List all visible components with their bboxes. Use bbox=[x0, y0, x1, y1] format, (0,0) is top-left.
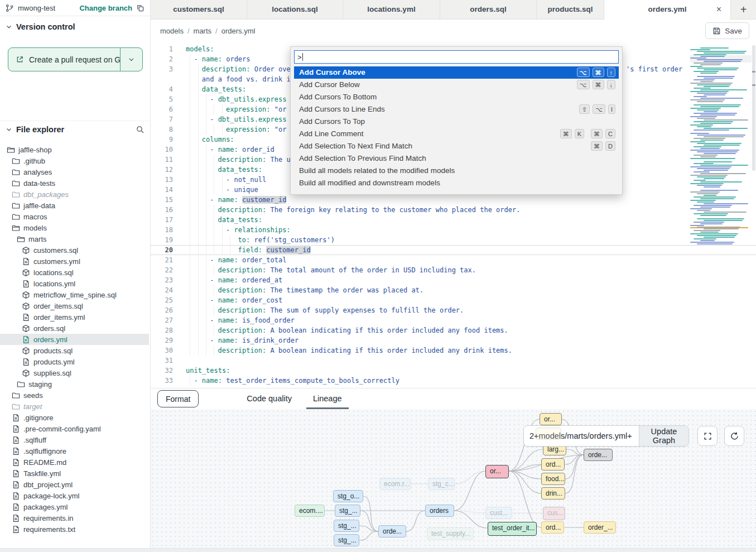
file-item-metricflow_time_spine.sql[interactable]: metricflow_time_spine.sql bbox=[0, 289, 149, 300]
code-line[interactable]: 28description: A boolean indicating if t… bbox=[151, 325, 756, 335]
save-button[interactable]: Save bbox=[705, 22, 749, 39]
palette-item[interactable]: Build all modified and downstream models bbox=[294, 177, 619, 189]
lineage-node-stgo[interactable]: stg_o... bbox=[333, 490, 363, 502]
tab-customers.sql[interactable]: customers.sql bbox=[151, 0, 247, 20]
change-branch-link[interactable]: Change branch bbox=[79, 4, 132, 12]
horizontal-scrollbar[interactable] bbox=[0, 548, 756, 552]
lineage-node-drin[interactable]: drin... bbox=[541, 487, 565, 500]
palette-item[interactable]: Add Cursors to Line Ends⇧⌥I bbox=[294, 103, 619, 116]
file-item-locations.yml[interactable]: locations.yml bbox=[0, 278, 149, 289]
file-item-models[interactable]: models bbox=[0, 222, 149, 233]
file-item-analyses[interactable]: analyses bbox=[0, 166, 149, 177]
file-item-order_items.sql[interactable]: order_items.sql bbox=[0, 300, 149, 311]
lineage-node-cust[interactable]: cust... bbox=[485, 507, 512, 519]
file-item-orders.sql[interactable]: orders.sql bbox=[0, 323, 149, 334]
breadcrumb-models[interactable]: models bbox=[160, 27, 184, 35]
copy-branch-icon[interactable] bbox=[136, 4, 145, 12]
lineage-node-stgc[interactable]: stg_c... bbox=[428, 478, 455, 490]
file-item-macros[interactable]: macros bbox=[0, 211, 149, 222]
lineage-node-orderb[interactable]: order_... bbox=[584, 521, 616, 534]
palette-item[interactable]: Add Line Comment⌘K⌘C bbox=[294, 128, 619, 140]
code-line[interactable]: 24description: The timestamp the order w… bbox=[151, 285, 756, 295]
editor-scrollbar[interactable] bbox=[752, 42, 756, 388]
lineage-node-ecomr[interactable]: ecom.r... bbox=[379, 478, 411, 490]
lineage-node-tsup[interactable]: test_supply... bbox=[427, 527, 474, 540]
palette-item[interactable]: Add Cursor Above⌥⌘↑ bbox=[294, 66, 619, 79]
file-item-locations.sql[interactable]: locations.sql bbox=[0, 267, 149, 278]
breadcrumb-file[interactable]: orders.yml bbox=[221, 27, 256, 35]
lineage-node-food[interactable]: food... bbox=[541, 473, 565, 485]
code-line[interactable]: 27- name: is_food_order bbox=[151, 315, 756, 325]
palette-item[interactable]: Add Cursors To Bottom bbox=[294, 91, 619, 103]
tab-orders.yml[interactable]: orders.yml× bbox=[604, 0, 731, 20]
lineage-node-test[interactable]: test_order_it... bbox=[488, 522, 537, 536]
minimap[interactable] bbox=[690, 47, 752, 249]
new-tab-button[interactable]: + bbox=[737, 3, 750, 17]
file-item-seeds[interactable]: seeds bbox=[0, 390, 149, 401]
code-line[interactable]: 33- name: test_order_items_compute_to_bo… bbox=[151, 376, 756, 386]
lineage-node-stg2[interactable]: stg_... bbox=[334, 520, 359, 532]
file-item-packages.yml[interactable]: packages.yml bbox=[0, 501, 149, 512]
lineage-node-cus2[interactable]: cus... bbox=[543, 507, 565, 520]
code-line[interactable]: 32unit_tests: bbox=[151, 366, 756, 376]
lineage-node-ord2[interactable]: ord... bbox=[541, 521, 564, 534]
file-item-README.md[interactable]: README.md bbox=[0, 457, 149, 468]
file-item-.gitignore[interactable]: .gitignore bbox=[0, 412, 149, 423]
create-pr-dropdown[interactable] bbox=[120, 48, 142, 71]
code-line[interactable]: 31 bbox=[151, 356, 756, 366]
breadcrumb-marts[interactable]: marts bbox=[194, 27, 212, 35]
lineage-node-ortop[interactable]: or... bbox=[540, 413, 562, 425]
refresh-button[interactable] bbox=[724, 426, 744, 446]
code-line[interactable]: 30description: A boolean indicating if t… bbox=[151, 345, 756, 356]
create-pr-button[interactable]: Create a pull request on Git... bbox=[8, 47, 143, 71]
tab-lineage[interactable]: Lineage bbox=[306, 388, 349, 409]
lineage-node-orders[interactable]: orders bbox=[425, 505, 454, 517]
code-line[interactable]: 25- name: order_cost bbox=[151, 295, 756, 305]
file-item-.sqlfluffignore[interactable]: .sqlfluffignore bbox=[0, 445, 149, 457]
code-line[interactable]: 18- relationships: bbox=[151, 225, 756, 235]
file-item-jaffle-data[interactable]: jaffle-data bbox=[0, 200, 149, 211]
tab-locations.yml[interactable]: locations.yml bbox=[343, 0, 440, 20]
lineage-canvas[interactable]: ecom....stg_o...stg_...stg_...stg_...ord… bbox=[151, 409, 756, 549]
scrollbar-thumb[interactable] bbox=[752, 45, 755, 171]
lineage-node-ord1[interactable]: ord... bbox=[541, 458, 565, 471]
code-line[interactable]: 20field: customer_id bbox=[151, 245, 756, 255]
search-icon[interactable] bbox=[136, 125, 145, 134]
file-item-products.sql[interactable]: products.sql bbox=[0, 345, 149, 356]
tab-code-quality[interactable]: Code quality bbox=[240, 388, 298, 409]
format-button[interactable]: Format bbox=[157, 390, 199, 407]
file-item-orders.yml[interactable]: orders.yml bbox=[0, 334, 149, 345]
file-item-requirements.txt[interactable]: requirements.txt bbox=[0, 524, 149, 535]
file-item-data-tests[interactable]: data-tests bbox=[0, 177, 149, 189]
file-item-jaffle-shop[interactable]: jaffle-shop bbox=[0, 144, 149, 155]
command-palette-input[interactable]: > bbox=[294, 50, 619, 64]
palette-item[interactable]: Add Cursor Below⌥⌘↓ bbox=[294, 79, 619, 91]
file-item-package-lock.yml[interactable]: package-lock.yml bbox=[0, 490, 149, 501]
file-item-customers.yml[interactable]: customers.yml bbox=[0, 256, 149, 267]
tab-locations.sql[interactable]: locations.sql bbox=[247, 0, 343, 20]
file-item-dbt_project.yml[interactable]: dbt_project.yml bbox=[0, 479, 149, 490]
file-item-.pre-commit-config.yaml[interactable]: .pre-commit-config.yaml bbox=[0, 423, 149, 434]
file-item-requirements.in[interactable]: requirements.in bbox=[0, 512, 149, 524]
close-tab-icon[interactable]: × bbox=[716, 0, 721, 19]
fullscreen-button[interactable] bbox=[697, 426, 718, 446]
code-line[interactable]: 16description: The foreign key relating … bbox=[151, 205, 756, 215]
code-line[interactable]: 21- name: order_total bbox=[151, 255, 756, 265]
file-item-dbt_packages[interactable]: dbt_packages bbox=[0, 189, 149, 200]
palette-item[interactable]: Add Cursors To Top bbox=[294, 116, 619, 128]
lineage-node-ordeg[interactable]: orde... bbox=[584, 449, 613, 461]
code-line[interactable]: 17data_tests: bbox=[151, 215, 756, 225]
chevron-down-icon[interactable] bbox=[6, 23, 12, 30]
code-line[interactable]: 19to: ref('stg_customers') bbox=[151, 235, 756, 245]
code-line[interactable]: 29- name: is_drink_order bbox=[151, 335, 756, 345]
code-line[interactable]: 22description: The total amount of the o… bbox=[151, 265, 756, 275]
file-item-staging[interactable]: staging bbox=[0, 378, 149, 390]
tab-products.sql[interactable]: products.sql bbox=[537, 0, 604, 20]
file-item-customers.sql[interactable]: customers.sql bbox=[0, 244, 149, 256]
file-item-.sqlfluff[interactable]: .sqlfluff bbox=[0, 434, 149, 445]
file-item-products.yml[interactable]: products.yml bbox=[0, 356, 149, 367]
file-item-target[interactable]: target bbox=[0, 401, 149, 412]
file-item-.github[interactable]: .github bbox=[0, 155, 149, 166]
lineage-node-orm[interactable]: or... bbox=[485, 465, 509, 478]
palette-item[interactable]: Build all models related to the modified… bbox=[294, 165, 619, 177]
